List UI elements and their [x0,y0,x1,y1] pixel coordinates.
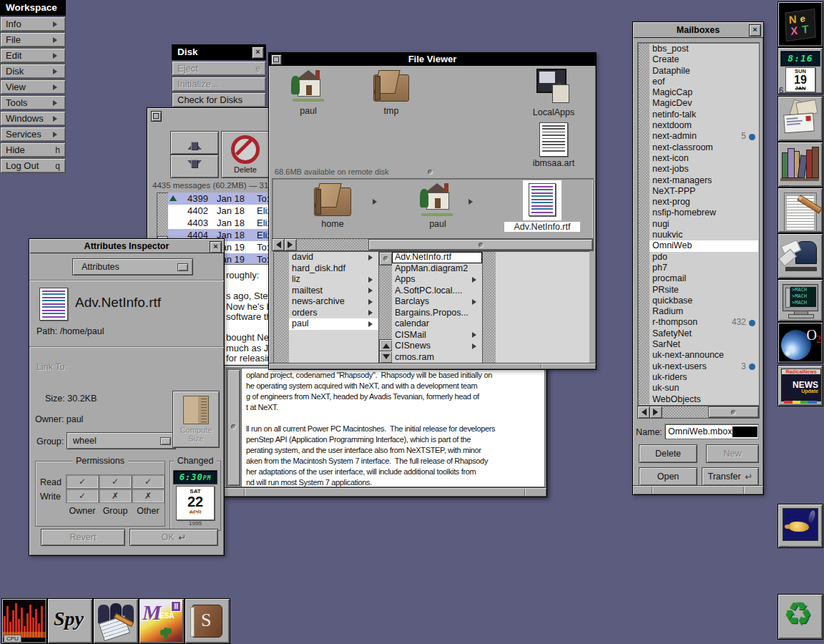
app-tile-spy[interactable]: Spy [47,598,93,644]
dock-tile-mail[interactable] [778,96,823,142]
window-resize-bar[interactable] [224,487,546,497]
mailbox-item[interactable]: WebObjects [649,394,758,405]
open-button[interactable]: Open [639,467,697,486]
menu-item[interactable]: File [0,32,66,47]
mailbox-item[interactable]: next-prog [649,197,758,208]
name-input[interactable]: OmniWeb.mbox [664,424,759,439]
menu-item[interactable]: View [0,79,66,94]
close-icon[interactable]: × [210,241,222,253]
mailbox-item[interactable]: nugi [649,219,758,230]
browser-item[interactable]: david [289,252,378,263]
browser-item[interactable]: calendar [392,318,482,330]
mailbox-item[interactable]: next-managers [649,175,758,186]
mailboxes-list[interactable]: bbs_post Create Dataphile [649,44,758,404]
dock-tile-genie[interactable]: ... [778,504,823,548]
scroll-right-button[interactable] [284,238,297,251]
dock-tile-next-logo[interactable]: N e X T [778,1,823,47]
dock-tile-news[interactable]: RadicalNews NEWS Update [778,365,823,406]
browser-column-3[interactable] [496,251,589,364]
mailbox-item[interactable]: eof [649,77,758,87]
app-tile-mesa[interactable]: M ESA II [139,598,185,644]
perm-write-group-checkbox[interactable]: ✗ [99,489,132,503]
menu-item[interactable]: Initialize... [172,77,266,92]
browser-item[interactable]: hard_disk.hdf [289,263,378,275]
shelf-item-label[interactable]: Adv.NetInfo.rtf [504,222,580,232]
browser-item[interactable]: Barclays [392,296,482,308]
mailboxes-titlebar[interactable]: Mailboxes [633,22,763,38]
compute-size-button[interactable]: Compute Size [172,391,220,448]
perm-write-owner-checkbox[interactable]: ✓ [66,489,99,503]
shelf-paul-icon[interactable] [420,183,454,216]
ok-button[interactable]: OK ↵ [129,529,218,546]
mailbox-item[interactable]: uk-riders [649,372,758,383]
mail-up-button[interactable] [170,131,219,155]
browser-item[interactable]: cmos.ram [392,352,482,364]
mailbox-item[interactable]: next-jobs [649,164,758,175]
transfer-button[interactable]: Transfer ↵ [702,467,759,486]
dock-tile-omniweb[interactable]: O 2 [778,322,823,364]
browser-item[interactable]: liz [289,274,378,286]
mailbox-item[interactable]: Dataphile [649,66,758,77]
browser-item[interactable]: news-archive [289,296,378,308]
menu-item[interactable]: Check for Disks [172,92,266,107]
menu-item[interactable]: Log Out q [0,158,66,173]
app-tile-cpu-monitor[interactable]: CPU [1,598,47,644]
browser-item[interactable]: paul [289,318,378,330]
mailbox-item[interactable]: netinfo-talk [649,109,758,120]
group-popup-button[interactable]: wheel [67,432,176,449]
mailbox-item[interactable]: uk-next-announce [649,350,758,361]
mailbox-item[interactable]: bbs_post [649,44,758,54]
mailbox-item[interactable]: PRsite [649,285,758,296]
browser-item[interactable]: CISnews [392,341,482,352]
miniaturize-button[interactable] [151,111,162,122]
browser-item[interactable]: Apps [392,274,482,286]
home-folder-icon[interactable] [291,70,325,102]
browser-column-1[interactable]: david hard_disk.hdf liz mailtest [289,251,378,364]
icon-label[interactable]: tmp [366,106,417,116]
dock-tile-post[interactable] [778,233,823,279]
shelf-item-label[interactable]: paul [412,219,464,229]
menu-item[interactable]: Edit [0,48,66,63]
revert-button[interactable]: Revert [41,529,125,546]
document-text-area[interactable]: opland project, codenamed "Rhapsody". Rh… [241,368,545,487]
new-button[interactable]: New [706,444,759,463]
mailboxes-hscroll-track[interactable] [662,406,760,419]
browser-column-2[interactable]: Adv.NetInfo.rtf AppMan.diagram2 Apps A.S… [392,251,482,364]
delete-button[interactable]: Delete [639,444,697,463]
dock-tile-library[interactable]: ... [778,142,823,187]
dock-tile-console[interactable]: >MACH>MACH>MACH [778,279,823,322]
menu-item[interactable]: Windows [0,111,66,126]
close-icon[interactable]: × [252,47,264,59]
mailbox-item[interactable]: Radium [649,306,758,317]
close-icon[interactable]: × [749,24,761,36]
scroll-down-button[interactable] [379,351,393,364]
mailboxes-scrollbar[interactable] [639,44,649,404]
scroll-right-button[interactable] [649,406,662,419]
shelf-home-icon[interactable] [314,183,351,216]
mailbox-item[interactable]: MagicDev [649,98,758,109]
icon-label[interactable]: ibmsaa.art [528,158,579,168]
app-tile-sbook[interactable]: S [185,598,230,644]
perm-read-other-checkbox[interactable]: ✓ [132,474,165,489]
mailbox-item[interactable]: procmail [649,273,758,284]
mailbox-item[interactable]: MagicCap [649,87,758,98]
scroll-left-button[interactable] [637,406,650,419]
window-resize-bar[interactable] [269,363,596,369]
browser-item[interactable]: Bargains.Propos... [392,308,482,319]
mailbox-item[interactable]: nextdoom [649,120,758,131]
mailbox-item[interactable]: nsfip-homebrew [649,208,758,218]
icon-label[interactable]: LocalApps [528,107,579,117]
mailbox-item[interactable]: next-icon [649,153,758,164]
document-vertical-scrollbar[interactable] [226,368,242,487]
disk-menu-title[interactable]: Disk × [172,44,266,60]
mailbox-item[interactable]: uk-next-users 3 [649,361,758,372]
menu-item[interactable]: Services [0,127,66,142]
rtf-file-icon[interactable] [529,183,556,216]
browser-item[interactable]: orders [289,308,378,319]
mailbox-item[interactable]: next-classroom [649,142,758,153]
mailbox-item[interactable]: uk-sun [649,383,758,394]
mailbox-item[interactable]: next-admin 5 [649,131,758,142]
browser-scroll-strip[interactable] [273,251,290,364]
perm-read-group-checkbox[interactable]: ✓ [99,474,132,489]
mailbox-item[interactable]: SarNet [649,339,758,350]
